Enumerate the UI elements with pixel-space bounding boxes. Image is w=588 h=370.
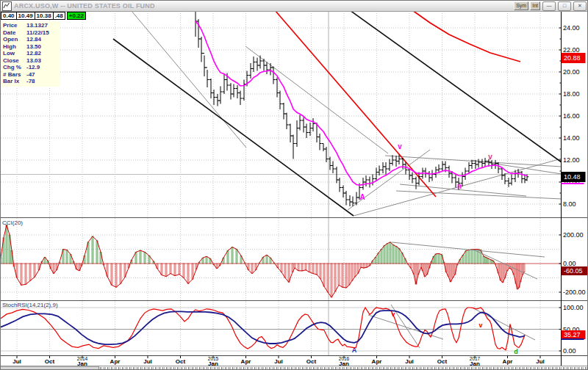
info-value: 12.84 bbox=[26, 36, 41, 43]
info-row: High13.50 bbox=[3, 43, 60, 51]
svg-text:v: v bbox=[398, 142, 402, 150]
svg-text:Apr: Apr bbox=[110, 358, 121, 365]
svg-text:14.00: 14.00 bbox=[563, 134, 580, 142]
svg-text:20.88: 20.88 bbox=[564, 54, 581, 62]
maximize-button[interactable]: □ bbox=[558, 1, 571, 11]
info-row: Low12.82 bbox=[3, 50, 60, 57]
bottom-scroll-strip[interactable] bbox=[1, 366, 588, 370]
info-label: Chg % bbox=[3, 64, 26, 71]
info-value: 11/22/15 bbox=[26, 29, 49, 37]
svg-text:v: v bbox=[478, 322, 482, 329]
svg-text:0.00: 0.00 bbox=[563, 347, 576, 355]
svg-text:Apr: Apr bbox=[372, 358, 382, 365]
info-value: -78 bbox=[26, 78, 35, 85]
info-value: 13.50 bbox=[26, 43, 41, 51]
svg-text:d: d bbox=[514, 348, 518, 355]
svg-text:18.00: 18.00 bbox=[563, 90, 580, 98]
svg-text:-60.05: -60.05 bbox=[564, 267, 583, 275]
svg-text:10.48: 10.48 bbox=[564, 173, 581, 181]
svg-text:Oct: Oct bbox=[176, 358, 186, 365]
quote-cell: .48 bbox=[53, 12, 65, 20]
info-value: 12.82 bbox=[26, 50, 41, 57]
svg-text:24.00: 24.00 bbox=[563, 24, 580, 32]
scrollbar-thumb[interactable] bbox=[1, 366, 99, 370]
svg-text:Jul: Jul bbox=[143, 358, 152, 365]
svg-text:8.00: 8.00 bbox=[563, 200, 576, 208]
info-row: # Bars-47 bbox=[3, 71, 60, 79]
svg-text:-200.00: -200.00 bbox=[563, 289, 586, 296]
ma-axis-marker bbox=[562, 183, 584, 184]
svg-text:12.00: 12.00 bbox=[563, 156, 580, 164]
info-value: 13.03 bbox=[26, 57, 41, 65]
svg-text:20.00: 20.00 bbox=[563, 68, 580, 76]
svg-text:A: A bbox=[352, 347, 357, 354]
quote-cell: 10.49 bbox=[16, 12, 35, 20]
svg-text:A: A bbox=[359, 193, 365, 201]
svg-text:200.00: 200.00 bbox=[563, 231, 584, 239]
svg-text:v: v bbox=[391, 311, 395, 318]
window-titlebar[interactable]: ARCX.USO,W -- UNITED STATES OIL FUND Sym… bbox=[1, 1, 588, 12]
svg-text:StochRSI(14,21(2),9): StochRSI(14,21(2),9) bbox=[2, 302, 58, 308]
svg-text:Jul: Jul bbox=[405, 358, 414, 365]
svg-text:22.00: 22.00 bbox=[563, 46, 580, 54]
chart-canvas[interactable]: vAnvCCI(20)vvAdStochRSI(14,21(2),9)24.00… bbox=[1, 1, 588, 370]
info-row: Close13.03 bbox=[3, 57, 60, 65]
svg-text:100.00: 100.00 bbox=[563, 304, 584, 311]
info-value: -47 bbox=[26, 71, 35, 79]
svg-text:Oct: Oct bbox=[437, 358, 448, 365]
svg-text:CCI(20): CCI(20) bbox=[2, 220, 23, 226]
minimize-button[interactable]: — bbox=[542, 1, 556, 11]
quote-change: +0.22 bbox=[67, 12, 86, 20]
info-row: Price13.1327 bbox=[3, 22, 60, 29]
svg-text:35.27: 35.27 bbox=[564, 331, 581, 338]
info-row: Chg %-12.9 bbox=[3, 64, 60, 71]
slow-axis-marker bbox=[562, 338, 584, 340]
info-value: 13.1327 bbox=[26, 22, 48, 29]
info-label: Low bbox=[3, 50, 26, 57]
int-button[interactable]: Int bbox=[530, 1, 540, 10]
svg-text:Jul: Jul bbox=[274, 358, 283, 365]
svg-text:Apr: Apr bbox=[241, 358, 251, 365]
svg-text:v: v bbox=[488, 153, 492, 161]
svg-text:0.00: 0.00 bbox=[563, 260, 576, 267]
window-title: ARCX.USO,W -- UNITED STATES OIL FUND bbox=[14, 2, 155, 10]
info-row: Date11/22/15 bbox=[3, 29, 60, 37]
info-label: # Bars bbox=[3, 71, 26, 79]
svg-text:Jul: Jul bbox=[12, 358, 21, 365]
svg-text:Oct: Oct bbox=[45, 358, 55, 365]
quote-cell: 0.40 bbox=[1, 12, 17, 20]
quote-row: 0.4010.4910.38.48+0.22 bbox=[1, 12, 86, 20]
info-row: Bar Ix-78 bbox=[3, 78, 60, 85]
quote-cell: 10.38 bbox=[35, 12, 54, 20]
close-button[interactable]: ✕ bbox=[573, 1, 587, 11]
info-label: Close bbox=[3, 57, 26, 65]
info-label: Bar Ix bbox=[3, 78, 26, 85]
info-label: Open bbox=[3, 36, 26, 43]
info-label: High bbox=[3, 43, 26, 51]
svg-text:16.00: 16.00 bbox=[563, 112, 580, 120]
date-tick-strip bbox=[100, 367, 588, 370]
svg-text:n: n bbox=[457, 182, 462, 190]
sym-button[interactable]: Sym bbox=[514, 1, 528, 10]
qcharts-window: { "window": { "title": "ARCX.USO,W -- UN… bbox=[0, 0, 588, 370]
info-label: Price bbox=[3, 22, 26, 29]
app-icon bbox=[2, 1, 12, 11]
svg-text:Jul: Jul bbox=[536, 358, 545, 365]
svg-text:Oct: Oct bbox=[306, 358, 317, 365]
info-value: -12.9 bbox=[26, 64, 40, 71]
info-panel: Price13.1327Date11/22/15Open12.84High13.… bbox=[1, 21, 60, 87]
svg-text:Apr: Apr bbox=[503, 358, 513, 365]
info-row: Open12.84 bbox=[3, 36, 60, 43]
info-label: Date bbox=[3, 29, 26, 37]
